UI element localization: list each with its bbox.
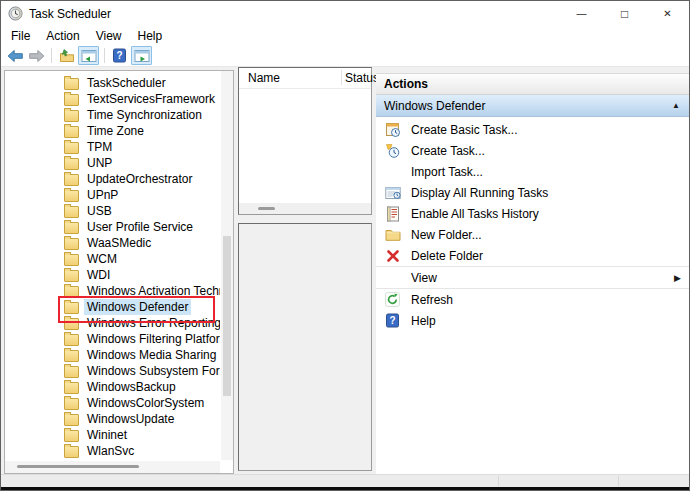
- tree-item-wlansvc[interactable]: WlanSvc: [5, 443, 220, 459]
- back-button[interactable]: [6, 46, 25, 65]
- close-button[interactable]: ✕: [646, 1, 689, 26]
- status-bar: [1, 474, 689, 487]
- close-icon: ✕: [663, 9, 671, 19]
- tree-item-label: UPnP: [84, 187, 121, 203]
- collapse-group-icon[interactable]: ▲: [672, 101, 680, 110]
- action-delete-folder[interactable]: Delete Folder: [376, 245, 689, 266]
- tree-item-wcm[interactable]: WCM: [5, 251, 220, 267]
- tree-item-upnp[interactable]: UPnP: [5, 187, 220, 203]
- tree-item-taskscheduler[interactable]: TaskScheduler: [5, 75, 220, 91]
- task-scheduler-window: Task Scheduler — □ ✕ File Action View He…: [0, 0, 690, 491]
- tree-item-label: Windows Media Sharing: [84, 347, 219, 363]
- create-task-icon: [384, 142, 401, 159]
- tree-item-windows-media-sharing[interactable]: Windows Media Sharing: [5, 347, 220, 363]
- action-refresh[interactable]: Refresh: [376, 289, 689, 310]
- tree-item-windows-error-reporting[interactable]: Windows Error Reporting: [5, 315, 220, 331]
- folder-icon: [64, 206, 79, 218]
- folder-icon: [64, 270, 79, 282]
- action-label: Display All Running Tasks: [411, 186, 548, 200]
- maximize-icon: □: [621, 8, 628, 20]
- column-separator[interactable]: [341, 70, 342, 85]
- tree-item-wininet[interactable]: Wininet: [5, 427, 220, 443]
- tree-item-waasmedic[interactable]: WaaSMedic: [5, 235, 220, 251]
- tree-item-label: TPM: [84, 139, 115, 155]
- tree-item-user-profile-service[interactable]: User Profile Service: [5, 219, 220, 235]
- tree-vertical-scrollbar[interactable]: [221, 71, 233, 460]
- folder-icon: [64, 382, 79, 394]
- tree-item-label: Windows Activation Techno: [84, 283, 220, 299]
- tree-item-label: Windows Error Reporting: [84, 315, 220, 331]
- content-area: TaskScheduler TextServicesFramework Time…: [1, 67, 689, 474]
- tree-item-windowscolorsystem[interactable]: WindowsColorSystem: [5, 395, 220, 411]
- action-new-folder[interactable]: New Folder...: [376, 224, 689, 245]
- delete-folder-icon: [384, 247, 401, 264]
- scrollbar-thumb[interactable]: [223, 236, 231, 396]
- menu-file[interactable]: File: [3, 28, 38, 44]
- folder-icon: [64, 174, 79, 186]
- tree-item-unp[interactable]: UNP: [5, 155, 220, 171]
- show-hide-action-pane-button[interactable]: [131, 46, 152, 65]
- action-help[interactable]: ? Help: [376, 310, 689, 331]
- no-icon: [384, 269, 401, 286]
- tree-item-windowsupdate[interactable]: WindowsUpdate: [5, 411, 220, 427]
- action-import-task[interactable]: Import Task...: [376, 161, 689, 182]
- up-folder-icon: [59, 48, 75, 63]
- tree-item-label: WDI: [84, 267, 113, 283]
- tree-item-tpm[interactable]: TPM: [5, 139, 220, 155]
- tree-item-time-synchronization[interactable]: Time Synchronization: [5, 107, 220, 123]
- tree-horizontal-scrollbar[interactable]: [5, 461, 220, 473]
- tree-item-label: Wininet: [84, 427, 130, 443]
- tree-item-windows-defender[interactable]: Windows Defender: [5, 299, 220, 315]
- tree-item-partial[interactable]: [5, 459, 220, 460]
- tree-item-windows-activation[interactable]: Windows Activation Techno: [5, 283, 220, 299]
- console-tree-icon: [81, 49, 97, 63]
- folder-icon: [64, 238, 79, 250]
- tree-item-wdi[interactable]: WDI: [5, 267, 220, 283]
- help-icon: ?: [384, 312, 401, 329]
- svg-text:?: ?: [389, 315, 395, 326]
- minimize-icon: —: [577, 9, 587, 19]
- folder-icon: [64, 334, 79, 346]
- svg-text:?: ?: [116, 50, 122, 61]
- menu-help[interactable]: Help: [130, 28, 171, 44]
- maximize-button[interactable]: □: [603, 1, 646, 26]
- column-header-status[interactable]: Status: [345, 71, 379, 85]
- show-hide-console-tree-button[interactable]: [78, 46, 99, 65]
- tree-item-updateorchestrator[interactable]: UpdateOrchestrator: [5, 171, 220, 187]
- tree-item-label: WindowsColorSystem: [84, 395, 207, 411]
- action-view[interactable]: View ▶: [376, 267, 689, 288]
- tree-item-label: WlanSvc: [84, 443, 137, 459]
- tree-item-windows-subsystem[interactable]: Windows Subsystem For Lin: [5, 363, 220, 379]
- status-bar-separator: [618, 476, 619, 486]
- action-label: Help: [411, 314, 436, 328]
- forward-button[interactable]: [27, 46, 46, 65]
- tree-item-time-zone[interactable]: Time Zone: [5, 123, 220, 139]
- folder-icon: [64, 350, 79, 362]
- folder-icon: [64, 222, 79, 234]
- back-icon: [7, 49, 24, 63]
- up-folder-button[interactable]: [57, 46, 76, 65]
- action-label: View: [411, 271, 437, 285]
- tree-rows: TaskScheduler TextServicesFramework Time…: [5, 75, 220, 460]
- help-button[interactable]: ?: [110, 46, 129, 65]
- minimize-button[interactable]: —: [560, 1, 603, 26]
- tree-item-label: TextServicesFramework: [84, 91, 218, 107]
- actions-group-header-windows-defender[interactable]: Windows Defender ▲: [376, 95, 689, 117]
- menu-action[interactable]: Action: [38, 28, 87, 44]
- menu-view[interactable]: View: [88, 28, 130, 44]
- actions-group-label: Windows Defender: [384, 99, 485, 113]
- folder-icon: [64, 126, 79, 138]
- action-display-all-running-tasks[interactable]: Display All Running Tasks: [376, 182, 689, 203]
- scrollbar-thumb[interactable]: [258, 207, 275, 210]
- tree-item-usb[interactable]: USB: [5, 203, 220, 219]
- action-create-task[interactable]: Create Task...: [376, 140, 689, 161]
- tree-item-textservicesframework[interactable]: TextServicesFramework: [5, 91, 220, 107]
- list-horizontal-scrollbar[interactable]: [239, 203, 371, 214]
- column-header-name[interactable]: Name: [248, 71, 280, 85]
- action-create-basic-task[interactable]: Create Basic Task...: [376, 119, 689, 140]
- scrollbar-thumb[interactable]: [17, 465, 139, 468]
- tree-item-label: Time Zone: [84, 123, 147, 139]
- tree-item-windowsbackup[interactable]: WindowsBackup: [5, 379, 220, 395]
- tree-item-windows-filtering-platform[interactable]: Windows Filtering Platform: [5, 331, 220, 347]
- action-enable-all-tasks-history[interactable]: Enable All Tasks History: [376, 203, 689, 224]
